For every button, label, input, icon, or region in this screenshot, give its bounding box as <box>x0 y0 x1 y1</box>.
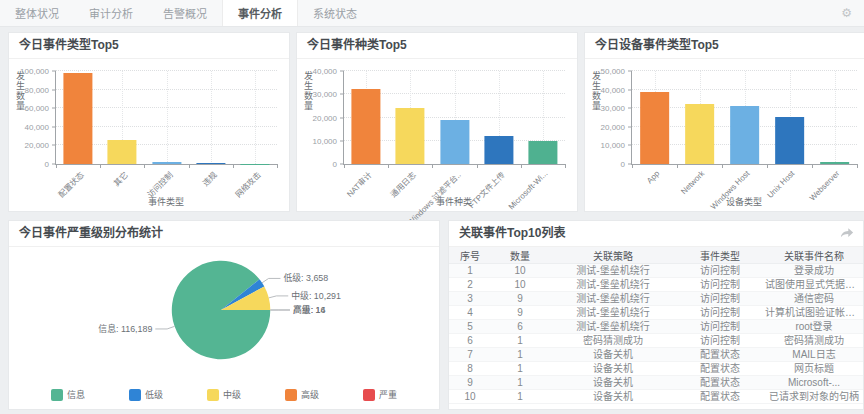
table-cell: 通信密码 <box>763 292 863 306</box>
pie-label-line <box>262 278 280 282</box>
table-row: 81设备关机配置状态网页标题 <box>449 362 863 376</box>
pie-chart-severity: 信息: 116,189低级: 3,658中级: 10,291高级: 16严重: … <box>9 247 439 379</box>
panel-title: 今日事件类型Top5 <box>9 33 289 59</box>
legend-swatch <box>51 389 63 401</box>
x-tick-mark <box>233 164 234 168</box>
bar-Network[interactable] <box>685 104 715 164</box>
y-tick-label: 100,000 <box>20 67 49 76</box>
y-tick-mark <box>52 108 56 109</box>
y-tick-label: 0 <box>45 160 49 169</box>
table-cell: 10 <box>449 390 491 404</box>
table-row: 49测试-堡垒机绕行访问控制计算机试图验证帐户的... <box>449 306 863 320</box>
legend-item-medium[interactable]: 中级 <box>207 388 241 401</box>
x-tick-label: 违规 <box>199 169 218 188</box>
table-cell: root登录 <box>763 320 863 334</box>
panel-title: 今日事件种类Top5 <box>297 33 577 59</box>
table-cell: 设备关机 <box>549 390 677 404</box>
legend-item-info[interactable]: 信息 <box>51 388 85 401</box>
plot-area: 010,00020,00030,00040,000NAT审计通用日志Window… <box>343 71 565 165</box>
y-tick-mark <box>52 126 56 127</box>
table-cell: 9 <box>449 376 491 390</box>
top-nav: 整体状况 审计分析 告警概况 事件分析 系统状态 ⚙ <box>0 0 864 27</box>
table-cell: 5 <box>449 320 491 334</box>
x-tick-mark <box>189 164 190 168</box>
table-cell: 4 <box>449 306 491 320</box>
legend-label: 高级 <box>301 388 319 401</box>
bar-配置状态[interactable] <box>64 73 93 164</box>
legend-item-critical[interactable]: 严重 <box>363 388 397 401</box>
table-cell: 登录成功 <box>763 264 863 278</box>
bar-违规[interactable] <box>196 163 225 164</box>
y-tick-mark <box>340 117 344 118</box>
gear-icon[interactable]: ⚙ <box>841 0 852 26</box>
y-tick-mark <box>628 145 632 146</box>
table-cell: 设备关机 <box>549 362 677 376</box>
y-tick-label: 80,000 <box>25 85 49 94</box>
bar-Unix Host[interactable] <box>775 117 805 164</box>
bar-Microsoft-Wi...[interactable] <box>528 141 557 164</box>
table-row: 71设备关机配置状态MAIL日志 <box>449 348 863 362</box>
pie-legend: 信息 低级 中级 高级 严重 <box>9 388 439 401</box>
table-cell: 测试-堡垒机绕行 <box>549 292 677 306</box>
plot-area: 020,00040,00060,00080,000100,000配置状态其它访问… <box>55 71 277 165</box>
y-tick-mark <box>52 89 56 90</box>
legend-item-low[interactable]: 低级 <box>129 388 163 401</box>
table-cell: 1 <box>491 390 549 404</box>
bar-chart-event-kind: 发生数量 010,00020,00030,00040,000NAT审计通用日志W… <box>297 59 577 211</box>
pie-label-信息: 信息: 116,189 <box>98 323 152 334</box>
x-tick-mark <box>632 164 633 168</box>
bar-App[interactable] <box>640 92 670 164</box>
y-tick-mark <box>340 71 344 72</box>
pie-svg: 信息: 116,189低级: 3,658中级: 10,291高级: 16严重: … <box>9 247 439 379</box>
tab-system-status[interactable]: 系统状态 <box>298 0 372 26</box>
x-tick-mark <box>767 164 768 168</box>
x-tick-mark <box>388 164 389 168</box>
table-cell: 测试-堡垒机绕行 <box>549 264 677 278</box>
y-tick-label: 10,000 <box>313 136 337 145</box>
table-row: 210测试-堡垒机绕行访问控制试图使用显式凭据登录 <box>449 278 863 292</box>
bar-Windows 过滤平台..[interactable] <box>440 120 469 164</box>
bar-chart-event-type: 发生数量 020,00040,00060,00080,000100,000配置状… <box>9 59 289 211</box>
table-cell: 配置状态 <box>677 348 763 362</box>
pie-label-中级: 中级: 10,291 <box>291 290 341 301</box>
col-event-name: 关联事件名称 <box>763 247 863 264</box>
pie-label-line <box>269 296 288 298</box>
v-gridline <box>167 71 168 164</box>
table-cell: 访问控制 <box>677 278 763 292</box>
y-tick-label: 0 <box>333 160 337 169</box>
x-tick-label: App <box>644 169 660 185</box>
legend-item-high[interactable]: 高级 <box>285 388 319 401</box>
tab-alert-overview[interactable]: 告警概况 <box>148 0 222 26</box>
col-event-type: 事件类型 <box>677 247 763 264</box>
share-arrow-icon[interactable] <box>840 227 854 239</box>
v-gridline <box>835 71 836 164</box>
tab-audit-analysis[interactable]: 审计分析 <box>74 0 148 26</box>
bar-Windows Host[interactable] <box>730 106 760 164</box>
table-cell: 测试-堡垒机绕行 <box>549 320 677 334</box>
y-tick-label: 10,000 <box>601 141 625 150</box>
bar-访问控制[interactable] <box>152 162 181 164</box>
table-cell: 计算机试图验证帐户的... <box>763 306 863 320</box>
table-cell: 8 <box>449 362 491 376</box>
y-tick-label: 30,000 <box>601 104 625 113</box>
tab-event-analysis[interactable]: 事件分析 <box>222 0 298 26</box>
tab-overall[interactable]: 整体状况 <box>0 0 74 26</box>
col-count: 数量 <box>491 247 549 264</box>
table-cell: 1 <box>491 376 549 390</box>
table-wrap: 序号 数量 关联策略 事件类型 关联事件名称 110测试-堡垒机绕行访问控制登录… <box>449 247 863 409</box>
bar-Webserver[interactable] <box>820 162 850 164</box>
col-policy: 关联策略 <box>549 247 677 264</box>
table-cell: 1 <box>491 348 549 362</box>
x-tick-mark <box>477 164 478 168</box>
bar-其它[interactable] <box>108 140 137 164</box>
bar-FTP文件上传[interactable] <box>484 136 513 164</box>
table-cell: 访问控制 <box>677 306 763 320</box>
table-cell: 密码猜测成功 <box>763 334 863 348</box>
y-tick-label: 20,000 <box>601 122 625 131</box>
col-index: 序号 <box>449 247 491 264</box>
table-cell: 7 <box>449 348 491 362</box>
bar-通用日志[interactable] <box>396 108 425 164</box>
bar-NAT审计[interactable] <box>352 89 381 164</box>
panel-title: 今日设备事件类型Top5 <box>585 33 864 59</box>
table-cell: 访问控制 <box>677 320 763 334</box>
